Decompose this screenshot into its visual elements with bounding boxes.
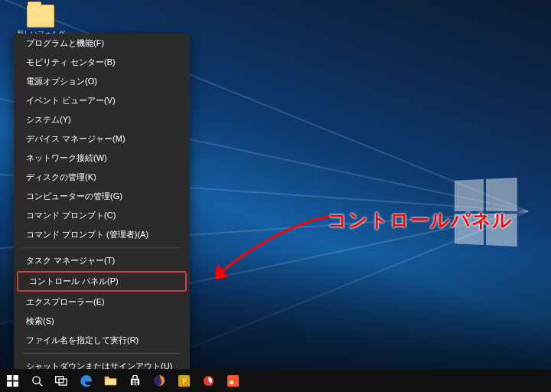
winx-item[interactable]: デバイス マネージャー(M) bbox=[14, 129, 190, 149]
desktop: 新しいフォルダー プログラムと機能(F)モビリティ センター(B)電源オプション… bbox=[0, 0, 551, 392]
svg-rect-9 bbox=[135, 380, 137, 382]
svg-rect-0 bbox=[7, 375, 12, 381]
winx-item[interactable]: コンピューターの管理(G) bbox=[14, 187, 190, 206]
svg-rect-16 bbox=[227, 375, 239, 387]
svg-rect-6 bbox=[55, 376, 63, 382]
winx-item[interactable]: タスク マネージャー(T) bbox=[14, 251, 190, 270]
svg-text:P: P bbox=[181, 377, 185, 385]
winx-item[interactable]: システム(Y) bbox=[14, 110, 190, 129]
winx-item[interactable]: ディスクの管理(K) bbox=[14, 168, 190, 187]
start-button[interactable] bbox=[0, 369, 24, 392]
svg-point-17 bbox=[230, 380, 233, 384]
app-orange-button[interactable] bbox=[220, 369, 245, 392]
winx-item[interactable]: モビリティ センター(B) bbox=[14, 53, 190, 72]
taskview-button[interactable] bbox=[49, 369, 73, 392]
winx-item[interactable]: エクスプローラー(E) bbox=[14, 292, 190, 312]
svg-rect-11 bbox=[135, 382, 137, 384]
menu-separator bbox=[23, 247, 181, 248]
winx-item[interactable]: ネットワーク接続(W) bbox=[14, 149, 190, 168]
svg-rect-8 bbox=[132, 380, 135, 382]
menu-separator bbox=[23, 353, 181, 354]
svg-line-5 bbox=[39, 383, 42, 386]
edge-button[interactable] bbox=[73, 369, 98, 392]
winx-item[interactable]: 検索(S) bbox=[14, 312, 190, 331]
firefox-button[interactable] bbox=[147, 369, 171, 392]
winx-item[interactable]: コマンド プロンプト(C) bbox=[14, 206, 190, 225]
svg-rect-7 bbox=[59, 379, 67, 385]
annotation-text: コントロールパネル bbox=[328, 207, 513, 233]
winx-item[interactable]: プログラムと機能(F) bbox=[14, 34, 190, 53]
svg-rect-10 bbox=[132, 382, 135, 384]
winx-item[interactable]: ファイル名を指定して実行(R) bbox=[14, 331, 190, 350]
winx-item[interactable]: コマンド プロンプト (管理者)(A) bbox=[14, 225, 190, 244]
winx-item[interactable]: コントロール パネル(P) bbox=[17, 271, 187, 292]
winx-item[interactable]: イベント ビューアー(V) bbox=[14, 91, 190, 110]
svg-point-4 bbox=[32, 376, 39, 383]
svg-rect-2 bbox=[7, 381, 12, 387]
svg-rect-1 bbox=[13, 375, 18, 381]
file-explorer-button[interactable] bbox=[98, 369, 122, 392]
taskbar: P bbox=[0, 369, 551, 392]
app-red-button[interactable] bbox=[196, 369, 220, 392]
search-button[interactable] bbox=[24, 369, 49, 392]
folder-icon bbox=[27, 5, 54, 28]
svg-rect-3 bbox=[13, 381, 18, 387]
winx-menu[interactable]: プログラムと機能(F)モビリティ センター(B)電源オプション(O)イベント ビ… bbox=[14, 34, 190, 392]
app-yellow-button[interactable]: P bbox=[171, 369, 196, 392]
winx-item[interactable]: 電源オプション(O) bbox=[14, 72, 190, 91]
store-button[interactable] bbox=[122, 369, 147, 392]
